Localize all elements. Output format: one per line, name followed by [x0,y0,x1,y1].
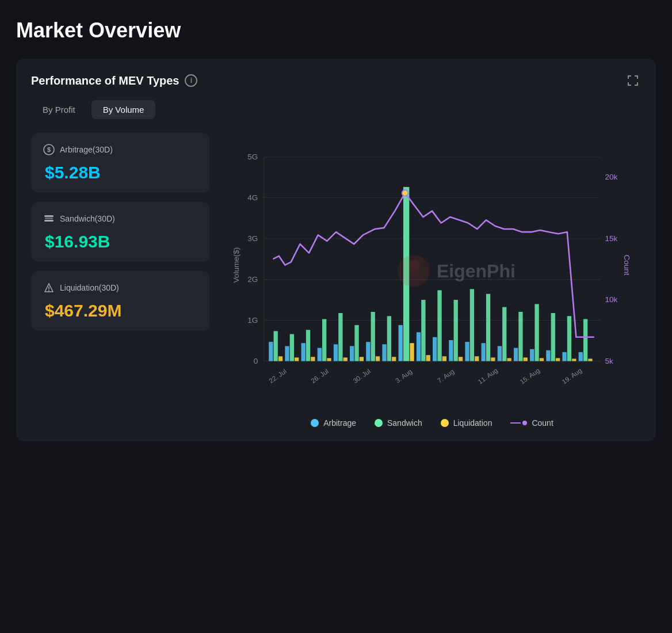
legend-sandwich: Sandwich [375,418,422,428]
svg-text:1G: 1G [247,316,258,325]
by-volume-button[interactable]: By Volume [91,100,156,119]
svg-text:30. Jul: 30. Jul [352,368,372,384]
sandwich-value: $16.93B [43,232,198,251]
svg-rect-99 [562,352,566,361]
svg-rect-70 [403,187,409,361]
svg-text:3. Aug: 3. Aug [394,368,414,384]
svg-text:15. Aug: 15. Aug [519,367,541,385]
svg-rect-58 [338,313,342,361]
svg-rect-97 [551,313,555,361]
svg-point-15 [48,290,49,291]
svg-rect-45 [269,342,273,361]
expand-icon[interactable] [625,73,641,89]
svg-text:22. Jul: 22. Jul [268,368,288,384]
svg-text:26. Jul: 26. Jul [310,368,330,384]
svg-rect-68 [392,357,396,361]
svg-rect-5 [628,82,629,86]
info-icon[interactable]: i [185,74,197,87]
svg-rect-103 [583,319,587,361]
metrics-column: $ Arbitrage(30D) $5.28B [31,133,209,428]
legend-dot-arbitrage [311,419,319,427]
liquidation-card: Liquidation(30D) $467.29M [31,271,209,331]
svg-rect-62 [360,357,364,361]
legend-dot-liquidation [441,419,449,427]
svg-rect-69 [399,325,403,361]
svg-rect-86 [491,357,495,361]
svg-text:19. Aug: 19. Aug [561,367,583,385]
svg-rect-60 [350,346,354,361]
svg-rect-48 [285,346,289,361]
legend-count-line [510,421,527,425]
svg-rect-7 [637,82,638,86]
chart-wrapper: EigenPhi 0 1G 2G [223,133,641,409]
svg-rect-51 [301,343,306,361]
svg-text:Volume($): Volume($) [232,247,240,283]
svg-rect-80 [459,357,463,361]
legend-dot-purple [522,421,527,425]
svg-rect-12 [44,220,54,222]
chart-svg: 0 1G 2G 3G 4G 5G Volume($) 5k 10k 15k 20… [223,133,641,409]
svg-rect-74 [426,355,430,361]
svg-rect-95 [540,358,544,361]
svg-text:0: 0 [254,357,258,365]
card-header-left: Performance of MEV Types i [31,74,197,87]
svg-rect-73 [421,300,425,361]
svg-rect-81 [465,342,469,361]
svg-rect-55 [322,319,326,361]
svg-rect-92 [524,357,528,361]
svg-rect-52 [306,330,310,361]
chart-area: EigenPhi 0 1G 2G [223,133,641,428]
svg-rect-82 [470,289,474,361]
svg-rect-78 [449,340,453,361]
svg-rect-57 [334,344,338,361]
svg-text:3G: 3G [247,234,258,243]
svg-rect-56 [327,358,331,361]
svg-text:$: $ [47,146,51,153]
svg-rect-46 [274,331,278,361]
svg-rect-64 [371,312,375,361]
legend-arbitrage: Arbitrage [311,418,356,428]
svg-rect-76 [437,290,441,361]
svg-rect-96 [546,350,550,361]
by-profit-button[interactable]: By Profit [31,100,87,119]
sandwich-label: Sandwich(30D) [43,212,198,225]
svg-rect-67 [387,316,391,361]
svg-rect-102 [579,352,583,361]
svg-text:4G: 4G [247,193,258,202]
legend-line-purple [510,422,521,424]
svg-rect-71 [410,343,414,361]
svg-rect-104 [588,359,592,361]
svg-text:10k: 10k [605,295,618,304]
liquidation-icon [43,281,55,294]
svg-rect-47 [278,356,282,361]
svg-rect-65 [376,356,380,361]
legend-count: Count [510,418,553,428]
svg-text:20k: 20k [605,173,618,181]
svg-rect-79 [454,300,458,361]
svg-rect-101 [572,359,576,361]
legend-dot-sandwich [375,419,383,427]
legend: Arbitrage Sandwich Liquidation Count [223,418,641,428]
svg-point-105 [402,190,408,196]
svg-rect-85 [486,294,490,361]
svg-rect-66 [382,344,386,361]
page-title: Market Overview [16,18,656,43]
sandwich-icon [43,212,55,225]
svg-rect-90 [514,348,518,361]
liquidation-value: $467.29M [43,301,198,321]
svg-rect-98 [556,358,560,361]
arbitrage-card: $ Arbitrage(30D) $5.28B [31,133,209,193]
svg-rect-75 [433,337,437,361]
svg-rect-11 [45,218,53,219]
svg-text:7. Aug: 7. Aug [436,368,456,384]
svg-rect-94 [534,304,539,361]
svg-rect-93 [530,349,534,361]
arbitrage-label: $ Arbitrage(30D) [43,143,198,156]
content-area: $ Arbitrage(30D) $5.28B [31,133,641,428]
svg-text:2G: 2G [247,275,258,284]
svg-rect-1 [628,75,629,79]
main-panel: Performance of MEV Types i By Profit By … [16,59,656,441]
liquidation-label: Liquidation(30D) [43,281,198,294]
svg-rect-10 [44,215,54,217]
legend-liquidation: Liquidation [441,418,492,428]
